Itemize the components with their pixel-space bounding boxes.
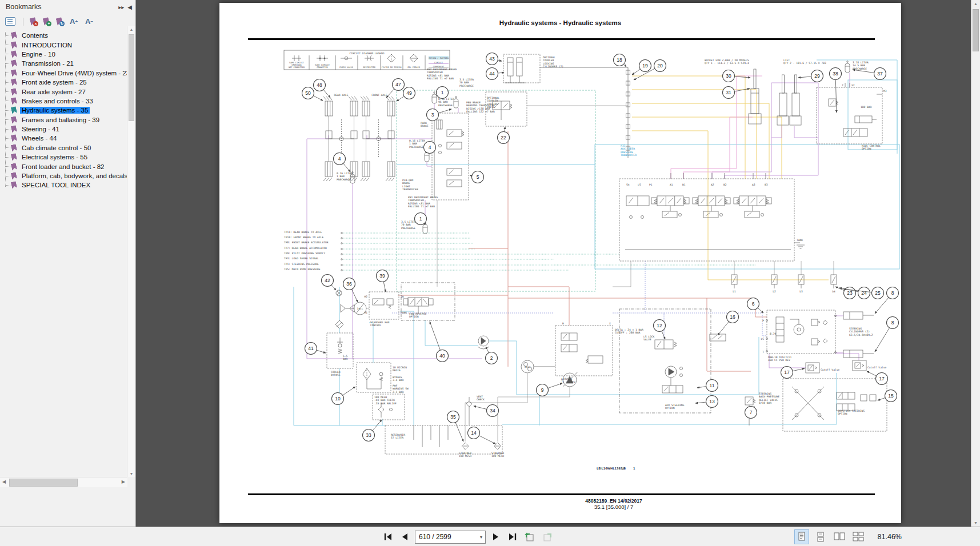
svg-text:P: P [762, 319, 764, 322]
svg-text:7: 7 [750, 410, 753, 415]
bookmark-item[interactable]: Cab climate control - 50 [0, 143, 135, 152]
bookmark-item[interactable]: Front axle system - 25 [0, 78, 135, 87]
pdf-page: Hydraulic systems - Hydraulic systems 48… [219, 3, 901, 523]
tree-connector [5, 110, 10, 111]
bookmark-item[interactable]: Engine - 10 [0, 50, 135, 59]
bookmark-label: Platform, cab, bodywork, and decals - [20, 172, 133, 179]
tree-connector [5, 129, 10, 130]
decrease-text-size-icon[interactable]: A− [85, 17, 93, 26]
collapse-panel-icon[interactable]: ◀ [127, 4, 132, 10]
first-page-icon[interactable] [382, 531, 394, 543]
svg-text:FRONT AXLE: FRONT AXLE [371, 94, 387, 97]
bookmark-item[interactable]: Front loader and bucket - 82 [0, 162, 135, 171]
svg-text:19: 19 [642, 63, 648, 69]
bookmark-item[interactable]: Hydraulic systems - 35 [0, 106, 135, 115]
last-page-icon[interactable] [506, 531, 519, 543]
bookmark-item[interactable]: Wheels - 44 [0, 134, 135, 143]
svg-text:23: 23 [847, 290, 853, 296]
svg-text:TP3: LOAD SENSE SIGNAL: TP3: LOAD SENSE SIGNAL [284, 257, 319, 260]
sidebar-hscroll-thumb[interactable] [9, 479, 78, 487]
expand-options-icon[interactable]: ▸▸ [118, 4, 124, 10]
svg-text:COOLERBYPASS: COOLERBYPASS [331, 371, 341, 376]
two-page-view-icon[interactable] [832, 529, 847, 544]
viewer-vertical-scrollbar[interactable]: ▲ ▼ [971, 0, 980, 527]
callout-13: 13 [695, 396, 718, 408]
sidebar-vertical-scrollbar[interactable]: ▲ ▼ [127, 26, 135, 477]
page-number-input[interactable] [415, 533, 477, 541]
delete-bookmark-icon[interactable]: × [30, 18, 36, 25]
svg-text:PARKBRAKE: PARKBRAKE [421, 122, 429, 127]
bookmark-item[interactable]: INTRODUCTION [0, 40, 135, 49]
callout-40: 40 [430, 322, 449, 362]
callout-12: 12 [654, 320, 666, 340]
pdf-reader-window: Bookmarks ▸▸ ◀ × + ↻ A+ A− Contents [0, 0, 980, 546]
svg-text:IN: IN [401, 295, 404, 298]
tree-connector [5, 157, 10, 158]
increase-text-size-icon[interactable]: A+ [70, 17, 78, 26]
svg-text:T: T [842, 84, 843, 87]
two-page-scroll-view-icon[interactable] [851, 529, 866, 544]
continuous-scroll-view-icon[interactable] [813, 529, 828, 544]
bookmark-item[interactable]: SPECIAL TOOL INDEX [0, 180, 135, 190]
bookmark-options-icon[interactable] [5, 17, 15, 26]
sidebar-horizontal-scrollbar[interactable]: ◀ ▶ [0, 477, 127, 487]
bookmark-item[interactable]: Platform, cab, bodywork, and decals - [0, 171, 135, 180]
callout-41: 41 [305, 343, 326, 355]
previous-view-icon[interactable] [523, 531, 537, 543]
svg-text:41: 41 [308, 346, 314, 351]
svg-text:37: 37 [877, 71, 883, 77]
bookmark-list: Contents INTRODUCTION Engine - 10 [0, 31, 135, 190]
svg-text:9: 9 [541, 387, 544, 393]
svg-text:b1: b1 [733, 290, 736, 293]
svg-text:30: 30 [726, 73, 731, 79]
svg-text:17: 17 [784, 370, 790, 375]
svg-text:0.16 LITER1 BARPRECHARGE: 0.16 LITER1 BARPRECHARGE [409, 139, 425, 148]
bookmark-item[interactable]: Four-Wheel Drive (4WD) system - 23 [0, 69, 135, 78]
svg-text:TP5: MAIN PUMP PRESSURE: TP5: MAIN PUMP PRESSURE [284, 268, 321, 271]
svg-text:TANK: TANK [797, 239, 803, 242]
bookmark-icon [11, 106, 18, 114]
next-page-icon[interactable] [490, 531, 502, 543]
svg-text:39: 39 [379, 273, 385, 279]
svg-text:FILTER OR SCREEN: FILTER OR SCREEN [382, 66, 402, 69]
viewer-vscroll-thumb[interactable] [973, 9, 979, 51]
svg-text:TP8: FRONT BRAKE ACCUMULATOR: TP8: FRONT BRAKE ACCUMULATOR [284, 241, 329, 244]
bookmark-item[interactable]: Transmission - 21 [0, 59, 135, 68]
bookmark-item[interactable]: Rear axle system - 27 [0, 87, 135, 96]
callout-7: 7 [745, 406, 757, 419]
svg-text:PLB-PBOBRAKELIGHTTRANSDUCER: PLB-PBOBRAKELIGHTTRANSDUCER [402, 179, 418, 191]
bookmark-icon [11, 135, 18, 143]
svg-text:49: 49 [406, 90, 412, 96]
callout-16: 16 [718, 311, 739, 336]
bookmark-item[interactable]: Frames and ballasting - 39 [0, 115, 135, 125]
tree-connector [5, 176, 10, 176]
svg-text:A3: A3 [752, 183, 755, 186]
svg-text:LS: LS [638, 183, 641, 186]
bookmark-item[interactable]: Contents [0, 31, 135, 40]
svg-text:8: 8 [891, 320, 894, 326]
svg-text:T: T [762, 351, 764, 354]
next-view-icon[interactable] [541, 531, 554, 543]
sidebar-vscroll-thumb[interactable] [129, 34, 134, 121]
callout-15: 15 [878, 390, 897, 402]
bookmark-label: Transmission - 21 [20, 60, 75, 67]
tree-connector [5, 45, 10, 45]
svg-text:31: 31 [726, 90, 731, 95]
svg-text:SAME CIRCUITCONNECTED: SAME CIRCUITCONNECTED [315, 64, 330, 69]
previous-page-icon[interactable] [398, 531, 411, 543]
bookmark-icon [11, 116, 18, 124]
svg-text:10: 10 [335, 396, 341, 402]
page-dropdown-icon[interactable]: ▾ [477, 535, 485, 540]
callout-9: 9 [537, 383, 563, 396]
callout-19: 19 [632, 60, 651, 75]
callout-17: 17 [867, 371, 888, 385]
bookmark-item[interactable]: Steering - 41 [0, 125, 135, 134]
bookmark-navigate-icon[interactable]: ↻ [57, 18, 62, 25]
bookmark-item[interactable]: Electrical systems - 55 [0, 152, 135, 162]
bookmark-item[interactable]: Brakes and controls - 33 [0, 97, 135, 106]
svg-text:M3: M3 [883, 90, 887, 93]
svg-text:BYPASS3.4 BAR: BYPASS3.4 BAR [393, 376, 404, 382]
svg-text:X: X [609, 322, 611, 325]
new-bookmark-icon[interactable]: + [43, 18, 49, 25]
single-page-view-icon[interactable] [794, 529, 809, 544]
